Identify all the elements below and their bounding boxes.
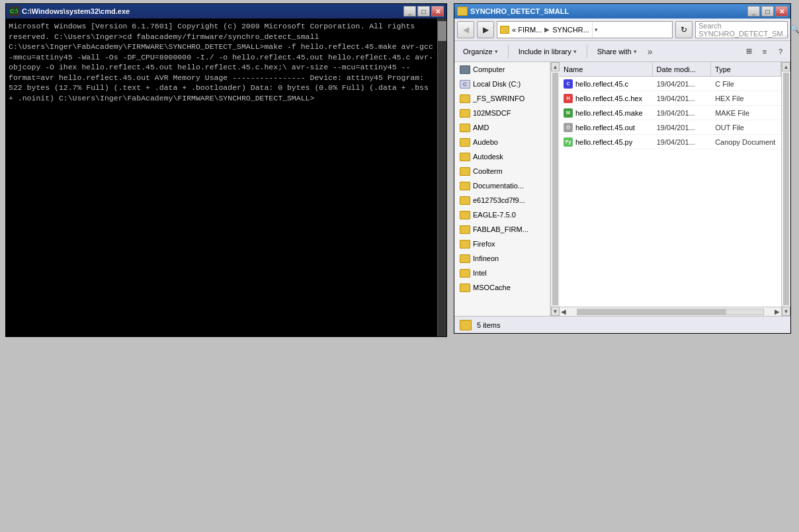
organize-button[interactable]: Organize ▾ <box>457 44 504 59</box>
file-list: Name Date modi... Type C hello.reflect.4… <box>560 62 781 307</box>
sidebar-item-1[interactable]: CLocal Disk (C:) <box>454 77 550 91</box>
explorer-toolbar: Organize ▾ Include in library ▾ Share wi… <box>454 41 790 62</box>
cmd-text-area[interactable]: Microsoft Windows [Version 6.1.7601] Cop… <box>6 19 437 336</box>
address-path-segment2: SYNCHR... <box>552 26 589 34</box>
col-header-name[interactable]: Name <box>560 62 653 76</box>
sidebar-scrollbar[interactable]: ▲ ▼ <box>550 62 560 316</box>
sidebar-item-label: Documentatio... <box>473 182 524 190</box>
address-arrow1: ▶ <box>544 26 550 33</box>
sidebar-item-11[interactable]: FABLAB_FIRM... <box>454 222 550 237</box>
view-details-button[interactable]: ≡ <box>757 44 772 59</box>
forward-button[interactable]: ▶ <box>477 21 494 38</box>
sidebar-item-label: Computer <box>473 65 505 73</box>
sidebar-item-10[interactable]: EAGLE-7.5.0 <box>454 208 550 222</box>
col-header-date[interactable]: Date modi... <box>653 62 712 76</box>
file-row-0[interactable]: C hello.reflect.45.c 19/04/201... C File <box>560 77 781 91</box>
more-options-button[interactable]: » <box>644 44 656 59</box>
address-path-segment1: « FIRM... <box>512 26 542 34</box>
file-name-3: hello.reflect.45.out <box>575 124 635 132</box>
view-options-button[interactable]: ⊞ <box>741 44 756 59</box>
back-button[interactable]: ◀ <box>457 21 474 38</box>
file-row-4[interactable]: Py hello.reflect.45.py 19/04/201... Cano… <box>560 135 781 149</box>
file-cell-date-4: 19/04/201... <box>653 138 711 146</box>
cmd-titlebar: C:\ C:\Windows\system32\cmd.exe _ □ ✕ <box>6 4 446 19</box>
sidebar-item-7[interactable]: Coolterm <box>454 164 550 178</box>
explorer-window: SYNCHRO_DETECT_SMALL _ □ ✕ ◀ ▶ « FIRM...… <box>454 3 791 334</box>
explorer-minimize-button[interactable]: _ <box>747 6 760 17</box>
include-library-button[interactable]: Include in library ▾ <box>513 44 583 59</box>
toolbar-right: ⊞ ≡ ? <box>741 44 788 59</box>
cmd-icon: C:\ <box>9 6 19 17</box>
sidebar-item-label: Audebo <box>473 138 498 146</box>
file-cell-name-1: H hello.reflect.45.c.hex <box>560 94 653 103</box>
address-bar[interactable]: « FIRM... ▶ SYNCHR... ▾ <box>497 21 673 38</box>
file-row-2[interactable]: M hello.reflect.45.make 19/04/201... MAK… <box>560 106 781 120</box>
sidebar-item-4[interactable]: AMD <box>454 120 550 135</box>
cmd-maximize-button[interactable]: □ <box>417 6 430 17</box>
hscrollbar-thumb <box>577 309 726 315</box>
hscrollbar-track <box>577 309 764 315</box>
file-icon-0: C <box>564 79 573 89</box>
sidebar-item-8[interactable]: Documentatio... <box>454 178 550 193</box>
file-name-4: hello.reflect.45.py <box>575 138 632 146</box>
sidebar-item-5[interactable]: Audebo <box>454 135 550 149</box>
file-icon-2: M <box>564 108 573 118</box>
cmd-scrollbar[interactable] <box>437 19 446 336</box>
sidebar-item-label: Autodesk <box>473 153 503 161</box>
explorer-maximize-button[interactable]: □ <box>761 6 774 17</box>
file-cell-type-2: MAKE File <box>711 109 781 117</box>
explorer-titlebar: SYNCHRO_DETECT_SMALL _ □ ✕ <box>454 4 790 19</box>
folder-icon <box>460 95 470 103</box>
explorer-main: ComputerCLocal Disk (C:)_FS_SWRINFO102MS… <box>454 62 790 316</box>
explorer-sidebar: ComputerCLocal Disk (C:)_FS_SWRINFO102MS… <box>454 62 550 316</box>
sidebar-item-2[interactable]: _FS_SWRINFO <box>454 91 550 106</box>
folder-icon <box>460 211 470 219</box>
explorer-close-button[interactable]: ✕ <box>775 6 788 17</box>
include-library-label: Include in library <box>519 48 571 56</box>
file-scroll-down[interactable]: ▼ <box>782 307 790 316</box>
file-list-header: Name Date modi... Type <box>560 62 781 77</box>
sidebar-scroll-down[interactable]: ▼ <box>551 307 560 316</box>
sidebar-item-0[interactable]: Computer <box>454 62 550 77</box>
search-bar[interactable]: Search SYNCHRO_DETECT_SM... 🔍 <box>695 21 788 38</box>
sidebar-item-3[interactable]: 102MSDCF <box>454 106 550 120</box>
organize-dropdown-icon: ▾ <box>495 48 498 55</box>
sidebar-item-label: AMD <box>473 124 489 132</box>
file-scroll-up[interactable]: ▲ <box>782 62 790 71</box>
file-cell-date-0: 19/04/201... <box>653 80 711 88</box>
folder-icon <box>460 109 470 118</box>
cmd-close-button[interactable]: ✕ <box>431 6 444 17</box>
sidebar-item-6[interactable]: Autodesk <box>454 149 550 164</box>
explorer-title: SYNCHRO_DETECT_SMALL <box>470 7 747 15</box>
file-cell-name-2: M hello.reflect.45.make <box>560 108 653 118</box>
file-name-2: hello.reflect.45.make <box>575 109 643 117</box>
organize-label: Organize <box>463 48 493 56</box>
folder-icon <box>460 284 470 292</box>
sidebar-item-14[interactable]: Intel <box>454 266 550 280</box>
file-vscroll[interactable]: ▲ ▼ <box>781 62 790 316</box>
sidebar-item-label: 102MSDCF <box>473 109 511 117</box>
file-rows: C hello.reflect.45.c 19/04/201... C File… <box>560 77 781 149</box>
help-button[interactable]: ? <box>773 44 788 59</box>
sidebar-item-12[interactable]: Firefox <box>454 237 550 251</box>
sidebar-scroll-up[interactable]: ▲ <box>551 62 560 71</box>
explorer-statusbar: 5 items <box>454 316 790 333</box>
sidebar-item-9[interactable]: e612753cd7f9... <box>454 193 550 208</box>
hscrollbar[interactable]: ◀ ▶ <box>560 307 781 316</box>
sidebar-item-15[interactable]: MSOCache <box>454 280 550 295</box>
file-cell-name-0: C hello.reflect.45.c <box>560 79 653 89</box>
cmd-minimize-button[interactable]: _ <box>403 6 416 17</box>
disk-icon: C <box>460 80 470 89</box>
sidebar-item-13[interactable]: Infineon <box>454 251 550 266</box>
sidebar-item-label: Local Disk (C:) <box>473 80 521 88</box>
sidebar-item-label: FABLAB_FIRM... <box>473 225 528 233</box>
computer-icon <box>460 65 470 74</box>
address-dropdown[interactable]: ▾ <box>592 22 600 38</box>
file-row-3[interactable]: O hello.reflect.45.out 19/04/201... OUT … <box>560 120 781 135</box>
share-with-button[interactable]: Share with ▾ <box>591 44 643 59</box>
col-header-type[interactable]: Type <box>711 62 781 76</box>
share-with-label: Share with <box>597 48 632 56</box>
folder-icon <box>460 196 470 205</box>
refresh-button[interactable]: ↻ <box>675 21 693 38</box>
file-row-1[interactable]: H hello.reflect.45.c.hex 19/04/201... HE… <box>560 91 781 106</box>
